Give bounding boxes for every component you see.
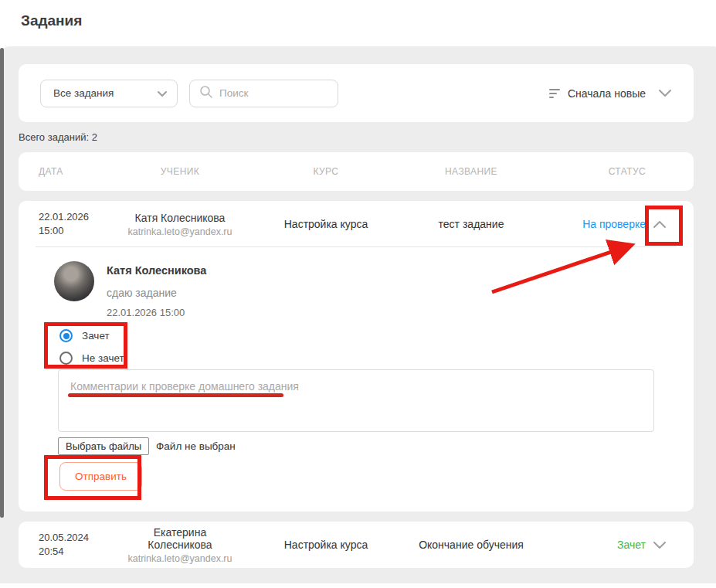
page-title: Задания [21,12,82,29]
sort-label: Сначала новые [568,87,646,100]
sort-control[interactable]: Сначала новые [549,87,672,100]
sort-lines-icon [549,89,560,98]
chevron-down-icon [658,87,672,100]
table-row: 22.01.2026 15:00 Катя Колесникова katrin… [19,201,694,512]
avatar [54,261,94,301]
chevron-down-icon [157,87,168,100]
status-badge: Зачет [527,539,646,551]
filters-card: Все задания Сначала новые [19,64,694,122]
submission-author: Катя Колесникова [107,264,206,277]
row-task-title: тест задание [416,218,527,230]
row-summary[interactable]: 22.01.2026 15:00 Катя Колесникова katrin… [19,201,694,247]
column-date: ДАТА [39,166,124,177]
row-student-email: katrinka.leto@yandex.ru [124,553,236,564]
column-course: КУРС [236,166,416,177]
radio-option-pass[interactable]: Зачет [59,329,110,342]
file-status-text: Файл не выбран [156,440,236,452]
submission-message: сдаю задание [107,287,177,299]
total-count-label: Всего заданий: [19,131,89,143]
submit-button[interactable]: Отправить [59,462,142,491]
filter-select[interactable]: Все задания [40,80,178,107]
column-status: СТАТУС [527,166,646,177]
filter-select-value: Все задания [53,87,114,99]
row-student-email: katrinka.leto@yandex.ru [124,226,236,237]
radio-selected-icon [59,329,73,342]
row-course: Настройка курса [236,539,416,551]
submission-timestamp: 22.01.2026 15:00 [107,307,185,318]
column-title: НАЗВАНИЕ [416,166,527,177]
bottom-edge [0,583,716,588]
radio-unselected-icon [59,352,73,365]
collapse-row-button[interactable] [646,220,674,229]
row-date: 22.01.2026 15:00 [39,210,124,238]
scrollbar-thumb[interactable] [0,48,4,518]
search-icon [199,85,213,102]
row-course: Настройка курса [236,218,416,230]
total-count: Всего заданий: 2 [19,131,97,143]
choose-files-button[interactable]: Выбрать файлы [58,437,149,455]
comment-textarea[interactable] [58,369,654,432]
search-input[interactable] [219,87,320,99]
radio-option-fail[interactable]: Не зачет [59,352,124,365]
total-count-value: 2 [92,131,97,143]
row-summary[interactable]: 20.05.2024 20:54 Екатерина Колесникова k… [19,522,694,568]
annotation-underline-comment [68,393,283,397]
assignments-screen: Задания Все задания Сначала новые Всего … [0,0,716,588]
column-student: УЧЕНИК [124,166,236,177]
expand-row-button[interactable] [646,541,674,549]
file-upload-row: Выбрать файлы Файл не выбран [58,437,236,455]
search-box [189,80,338,107]
row-student: Катя Колесникова katrinka.leto@yandex.ru [124,212,236,237]
table-row: 20.05.2024 20:54 Екатерина Колесникова k… [19,522,694,568]
row-date: 20.05.2024 20:54 [39,531,124,559]
status-badge: На проверке [527,218,646,230]
row-student: Екатерина Колесникова katrinka.leto@yand… [124,526,236,564]
table-header: ДАТА УЧЕНИК КУРС НАЗВАНИЕ СТАТУС [19,152,694,191]
row-task-title: Окончание обучения [416,539,527,551]
